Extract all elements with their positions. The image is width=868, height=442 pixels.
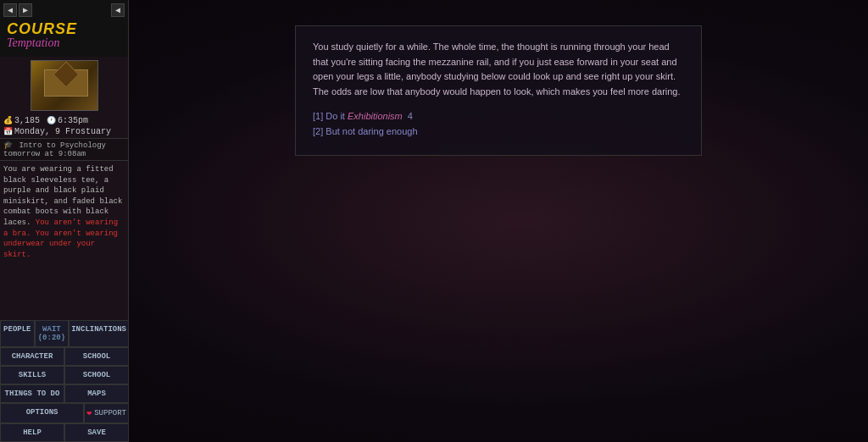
skills-button[interactable]: SKILLS [0, 366, 64, 384]
choice-1-value: 4 [408, 111, 413, 121]
choice-2-number: [2] [313, 126, 323, 136]
bottom-navigation: PEOPLE WAIT (0:20) INCLINATIONS CHARACTE… [0, 320, 129, 442]
schedule-icon: 🎓 [3, 141, 13, 150]
time-value: 6:35pm [58, 116, 88, 125]
options-button[interactable]: OPTIONS [0, 403, 84, 423]
maps-button[interactable]: MAPS [64, 384, 129, 403]
heart-icon: ❤ [86, 408, 92, 418]
support-label: SUPPORT [94, 409, 126, 417]
choice-2-text: But not daring enough [326, 126, 417, 136]
people-button[interactable]: PEOPLE [0, 320, 35, 347]
course-title: COURSE [7, 20, 121, 38]
location-image [31, 60, 98, 111]
choice-1-text: Do it [326, 111, 348, 121]
clock-icon: 🕐 [47, 116, 56, 125]
money-stat: 💰 3,185 [3, 116, 40, 125]
nav-row-3: SKILLS SCHOOL [0, 366, 129, 384]
support-button[interactable]: ❤ SUPPORT [84, 403, 129, 423]
title-area: COURSE Temptation [3, 19, 125, 53]
back-button[interactable]: ◀ [3, 3, 17, 17]
money-icon: 💰 [3, 116, 13, 125]
save-button[interactable]: SAVE [64, 423, 129, 442]
stats-row: 💰 3,185 🕐 6:35pm [0, 114, 128, 127]
nav-row-2: CHARACTER SCHOOL [0, 347, 129, 366]
game-subtitle: Temptation [7, 36, 121, 50]
choices-list: [1] Do it Exhibitionism 4 [2] But not da… [313, 111, 684, 136]
wait-button[interactable]: WAIT (0:20) [35, 320, 70, 347]
choice-1-tag: Exhibitionism [348, 111, 403, 121]
nav-row-4: THINGS TO DO MAPS [0, 384, 129, 403]
help-button[interactable]: HELP [0, 423, 64, 442]
choice-1-number: [1] [313, 111, 323, 121]
character-button[interactable]: CHARACTER [0, 347, 64, 366]
choice-2[interactable]: [2] But not daring enough [313, 126, 684, 136]
main-content: You study quietly for a while. The whole… [129, 0, 868, 442]
schedule-row: 🎓 Intro to Psychology tomorrow at 9:08am [0, 138, 128, 161]
sidebar-header: ◀ ▶ ◀ COURSE Temptation [0, 0, 128, 57]
school-button[interactable]: SCHOOL [64, 347, 129, 366]
things-to-do-button[interactable]: THINGS TO DO [0, 384, 64, 403]
schedule-text: Intro to Psychology tomorrow at 9:08am [3, 141, 106, 158]
choice-1[interactable]: [1] Do it Exhibitionism 4 [313, 111, 684, 121]
nav-row-6: HELP SAVE [0, 423, 129, 442]
close-button[interactable]: ◀ [111, 3, 125, 17]
nav-bar: ◀ ▶ ◀ [3, 3, 125, 17]
date-row: 📅 Monday, 9 Frostuary [0, 127, 128, 138]
calendar-icon: 📅 [3, 127, 13, 136]
nav-arrows: ◀ ▶ [3, 3, 32, 17]
narrative-text: You study quietly for a while. The whole… [313, 40, 684, 99]
time-stat: 🕐 6:35pm [47, 116, 88, 125]
date-value: Monday, 9 Frostuary [14, 127, 111, 136]
nav-row-5: OPTIONS ❤ SUPPORT [0, 403, 129, 423]
nav-row-1: PEOPLE WAIT (0:20) INCLINATIONS [0, 320, 129, 347]
money-value: 3,185 [14, 116, 40, 125]
narrative-box: You study quietly for a while. The whole… [295, 25, 702, 156]
forward-button[interactable]: ▶ [19, 3, 32, 17]
school2-button[interactable]: SCHOOL [64, 366, 129, 384]
inclinations-button[interactable]: INCLINATIONS [69, 320, 129, 347]
